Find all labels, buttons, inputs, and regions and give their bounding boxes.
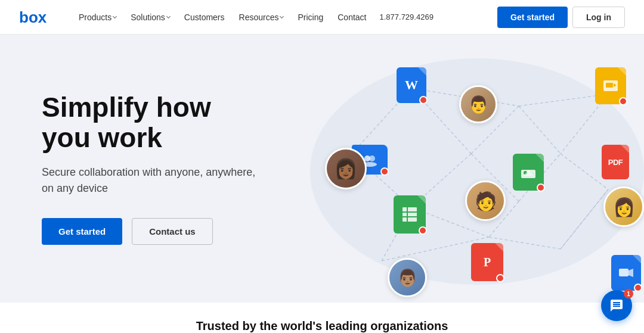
svg-rect-33 (619, 269, 628, 276)
hero-illustration: W 👨 (292, 35, 644, 303)
nav-item-contact[interactable]: Contact (332, 0, 372, 35)
nav-item-pricing[interactable]: Pricing (292, 0, 329, 35)
trusted-title: Trusted by the world's leading organizat… (0, 319, 644, 333)
drive-doc-icon (513, 154, 544, 191)
nav-login-button[interactable]: Log in (572, 7, 625, 28)
chat-icon (609, 298, 624, 313)
hero-contact-button[interactable]: Contact us (132, 218, 213, 245)
hero-get-started-button[interactable]: Get started (42, 218, 122, 245)
svg-line-11 (561, 154, 608, 189)
chevron-down-icon (280, 14, 284, 18)
nav-item-products[interactable]: Products (73, 0, 122, 35)
phone-number: 1.877.729.4269 (380, 13, 434, 21)
nav-item-customers[interactable]: Customers (178, 0, 231, 35)
svg-point-24 (369, 155, 375, 161)
nav-item-resources[interactable]: Resources (233, 0, 290, 35)
avatar-man-glasses: 🧑 (465, 180, 506, 221)
nav-get-started-button[interactable]: Get started (497, 7, 568, 28)
avatar-man-2: 👨🏽 (388, 258, 427, 297)
chat-badge-count: 1 (624, 289, 633, 298)
svg-marker-34 (628, 269, 633, 277)
meet-doc-icon (611, 255, 641, 291)
svg-rect-26 (402, 207, 417, 222)
svg-line-3 (519, 106, 561, 154)
nav-item-solutions[interactable]: Solutions (125, 0, 176, 35)
pdf-icon: PDF (602, 145, 629, 179)
hero-content: Simplify how you work Secure collaborati… (0, 57, 256, 281)
hero-subtitle: Secure collaboration with anyone, anywhe… (42, 164, 256, 197)
word-doc-icon: W (397, 67, 426, 103)
slides-doc-icon (595, 67, 626, 104)
svg-line-13 (561, 189, 608, 249)
sheets-doc-icon (394, 195, 426, 234)
avatar-woman-hijab: 👩 (603, 186, 644, 227)
hero-buttons: Get started Contact us (42, 218, 256, 245)
ppt-doc-icon: P (471, 243, 503, 281)
avatar-man-1: 👨 (459, 85, 497, 123)
trusted-section: Trusted by the world's leading organizat… (0, 303, 644, 333)
nav-links: Products Solutions Customers Resources P… (73, 0, 497, 35)
logo[interactable]: box (19, 8, 50, 27)
chat-bubble-button[interactable]: 1 (601, 290, 632, 321)
hero-title: Simplify how you work (42, 92, 256, 153)
svg-rect-21 (606, 83, 613, 88)
svg-text:box: box (19, 8, 47, 26)
chevron-down-icon (113, 14, 117, 18)
hero-section: Simplify how you work Secure collaborati… (0, 35, 644, 303)
navigation: box Products Solutions Customers Resourc… (0, 0, 644, 35)
avatar-woman-1: 👩🏾 (325, 148, 367, 189)
chevron-down-icon (166, 14, 171, 18)
